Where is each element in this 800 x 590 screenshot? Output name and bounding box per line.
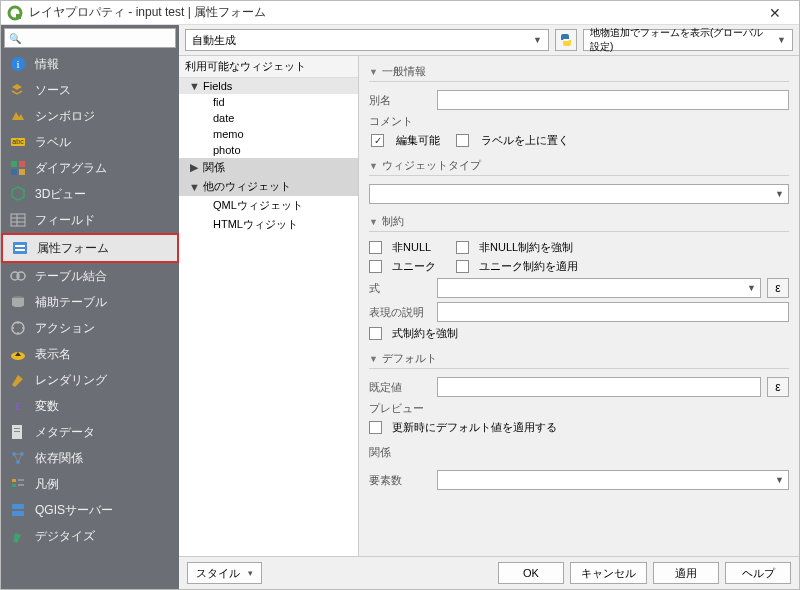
var-icon: ε: [9, 397, 27, 415]
sidebar-item-digitize[interactable]: デジタイズ: [1, 523, 179, 549]
sidebar-item-label: 情報: [35, 56, 59, 73]
sidebar-item-info[interactable]: i情報: [1, 51, 179, 77]
cardinality-label: 要素数: [369, 473, 431, 488]
svg-rect-9: [19, 169, 25, 175]
sidebar-item-label: 3Dビュー: [35, 186, 86, 203]
sidebar-item-render[interactable]: レンダリング: [1, 367, 179, 393]
unique-checkbox[interactable]: [369, 260, 382, 273]
tree-item[interactable]: HTMLウィジット: [179, 215, 358, 234]
sidebar-search-input[interactable]: 🔍: [4, 28, 176, 48]
section-defaults-head[interactable]: ▼ デフォルト: [369, 349, 789, 369]
top-toolbar: 自動生成 ▼ 地物追加でフォームを表示(グローバル設定) ▼: [179, 25, 799, 55]
tree-group[interactable]: ▼他のウィジェット: [179, 177, 358, 196]
sidebar-item-join[interactable]: テーブル結合: [1, 263, 179, 289]
join-icon: [9, 267, 27, 285]
triangle-down-icon: ▼: [369, 217, 378, 227]
sidebar-item-label: 凡例: [35, 476, 59, 493]
svg-point-18: [17, 272, 25, 280]
section-general-head[interactable]: ▼ 一般情報: [369, 62, 789, 82]
svg-rect-6: [11, 161, 17, 167]
tree-item-label: memo: [213, 128, 244, 140]
widget-tree-body: ▼Fieldsfiddatememophoto▶関係▼他のウィジェットQMLウィ…: [179, 78, 358, 556]
sidebar-item-label: メタデータ: [35, 424, 95, 441]
style-menu-button[interactable]: スタイル ▾: [187, 562, 262, 584]
enforce-not-null-checkbox[interactable]: [456, 241, 469, 254]
tree-group-label: 他のウィジェット: [203, 179, 291, 194]
apply-button[interactable]: 適用: [653, 562, 719, 584]
tree-item[interactable]: photo: [179, 142, 358, 158]
sidebar-item-meta[interactable]: メタデータ: [1, 419, 179, 445]
apply-on-update-checkbox[interactable]: [369, 421, 382, 434]
unique-label: ユニーク: [392, 259, 446, 274]
svg-rect-15: [15, 245, 25, 247]
sidebar-item-label: QGISサーバー: [35, 502, 113, 519]
section-constraints-head[interactable]: ▼ 制約: [369, 212, 789, 232]
sidebar-item-diagram[interactable]: ダイアグラム: [1, 155, 179, 181]
section-defaults-title: デフォルト: [382, 351, 437, 366]
server-icon: [9, 501, 27, 519]
cancel-button[interactable]: キャンセル: [570, 562, 647, 584]
sidebar-item-label: フィールド: [35, 212, 95, 229]
tree-item[interactable]: QMLウィジェット: [179, 196, 358, 215]
help-button[interactable]: ヘルプ: [725, 562, 791, 584]
enforce-expr-checkbox[interactable]: [369, 327, 382, 340]
tree-item[interactable]: fid: [179, 94, 358, 110]
expression-builder-button[interactable]: ε: [767, 278, 789, 298]
widget-type-combo[interactable]: ▼: [369, 184, 789, 204]
sidebar-item-3d[interactable]: 3Dビュー: [1, 181, 179, 207]
label-icon: abc: [9, 133, 27, 151]
chevron-down-icon: ▼: [777, 35, 786, 45]
show-form-on-add-value: 地物追加でフォームを表示(グローバル設定): [590, 26, 773, 54]
sidebar-item-label: シンボロジ: [35, 108, 95, 125]
section-relations-head[interactable]: 関係: [369, 443, 789, 462]
cardinality-combo[interactable]: ▼: [437, 470, 789, 490]
svg-text:i: i: [16, 58, 19, 70]
label-on-top-checkbox[interactable]: [456, 134, 469, 147]
sidebar-item-legend[interactable]: 凡例: [1, 471, 179, 497]
triangle-down-icon: ▼: [189, 80, 199, 92]
sidebar-item-var[interactable]: ε変数: [1, 393, 179, 419]
sidebar-item-source[interactable]: ソース: [1, 77, 179, 103]
tree-group[interactable]: ▶関係: [179, 158, 358, 177]
sidebar-item-fields[interactable]: フィールド: [1, 207, 179, 233]
comment-label: コメント: [369, 114, 431, 129]
alias-input[interactable]: [437, 90, 789, 110]
expr-desc-input[interactable]: [437, 302, 789, 322]
sidebar-item-aux[interactable]: 補助テーブル: [1, 289, 179, 315]
svg-rect-34: [12, 511, 24, 516]
tree-group[interactable]: ▼Fields: [179, 78, 358, 94]
section-defaults: ▼ デフォルト 既定値 ε プレビュー 更新時にデフォルト値を適用する: [369, 349, 789, 437]
svg-text:abc: abc: [12, 138, 24, 145]
sidebar-item-attrform[interactable]: 属性フォーム: [1, 233, 179, 263]
tree-item[interactable]: date: [179, 110, 358, 126]
section-widget-type-head[interactable]: ▼ ウィジェットタイプ: [369, 156, 789, 176]
enforce-unique-checkbox[interactable]: [456, 260, 469, 273]
form-pane: ▼ 一般情報 別名 コメント 編集可能 ラベルを上に置く: [359, 56, 799, 556]
python-init-button[interactable]: [555, 29, 577, 51]
default-expression-button[interactable]: ε: [767, 377, 789, 397]
chevron-down-icon: ▼: [775, 475, 784, 485]
sidebar-item-label: 表示名: [35, 346, 71, 363]
close-button[interactable]: ✕: [757, 3, 793, 23]
sidebar-item-label[interactable]: abcラベル: [1, 129, 179, 155]
expr-input[interactable]: ▼: [437, 278, 761, 298]
window-title: レイヤプロパティ - input test | 属性フォーム: [29, 4, 757, 21]
triangle-down-icon: ▼: [369, 161, 378, 171]
diagram-icon: [9, 159, 27, 177]
sidebar-item-label: 依存関係: [35, 450, 83, 467]
sidebar-item-action[interactable]: アクション: [1, 315, 179, 341]
ok-button[interactable]: OK: [498, 562, 564, 584]
editable-checkbox[interactable]: [371, 134, 384, 147]
editor-layout-combo[interactable]: 自動生成 ▼: [185, 29, 549, 51]
tree-item[interactable]: memo: [179, 126, 358, 142]
sidebar-item-display[interactable]: 表示名: [1, 341, 179, 367]
sidebar-item-depend[interactable]: 依存関係: [1, 445, 179, 471]
display-icon: [9, 345, 27, 363]
show-form-on-add-combo[interactable]: 地物追加でフォームを表示(グローバル設定) ▼: [583, 29, 793, 51]
svg-rect-30: [12, 484, 16, 487]
sidebar-item-server[interactable]: QGISサーバー: [1, 497, 179, 523]
sidebar-item-symbology[interactable]: シンボロジ: [1, 103, 179, 129]
not-null-checkbox[interactable]: [369, 241, 382, 254]
triangle-right-icon: ▶: [189, 161, 199, 174]
default-input[interactable]: [437, 377, 761, 397]
